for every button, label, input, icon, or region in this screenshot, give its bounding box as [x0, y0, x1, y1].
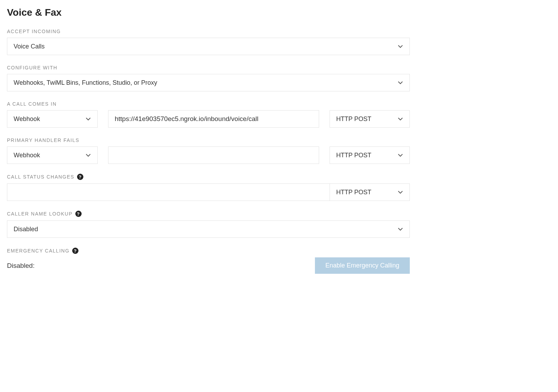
emergency-calling-status: Disabled:: [7, 262, 35, 270]
primary-handler-fails-method-select[interactable]: HTTP POST: [330, 146, 410, 164]
configure-with-value: Webhooks, TwiML Bins, Functions, Studio,…: [14, 79, 157, 86]
emergency-calling-label: EMERGENCY CALLING: [7, 248, 69, 254]
primary-handler-fails-method-value: HTTP POST: [336, 152, 371, 159]
configure-with-group: CONFIGURE WITH Webhooks, TwiML Bins, Fun…: [7, 65, 410, 91]
primary-handler-fails-handler-value: Webhook: [14, 152, 40, 159]
caller-name-lookup-group: CALLER NAME LOOKUP ? Disabled: [7, 211, 410, 238]
help-icon[interactable]: ?: [75, 211, 82, 217]
call-status-changes-label: CALL STATUS CHANGES: [7, 174, 74, 180]
accept-incoming-label: ACCEPT INCOMING: [7, 29, 410, 34]
help-icon[interactable]: ?: [77, 174, 83, 180]
primary-handler-fails-label: PRIMARY HANDLER FAILS: [7, 137, 410, 143]
chevron-down-icon: [398, 116, 403, 122]
emergency-calling-group: EMERGENCY CALLING ? Disabled: Enable Eme…: [7, 248, 410, 274]
call-comes-in-method-value: HTTP POST: [336, 115, 371, 123]
chevron-down-icon: [398, 189, 403, 195]
call-comes-in-handler-select[interactable]: Webhook: [7, 110, 98, 128]
call-comes-in-group: A CALL COMES IN Webhook HTTP POST: [7, 101, 410, 128]
enable-emergency-calling-button[interactable]: Enable Emergency Calling: [315, 257, 410, 274]
call-status-changes-method-select[interactable]: HTTP POST: [330, 183, 410, 201]
chevron-down-icon: [398, 44, 403, 49]
call-status-changes-group: CALL STATUS CHANGES ? HTTP POST: [7, 174, 410, 201]
call-comes-in-url-input[interactable]: [108, 110, 319, 128]
primary-handler-fails-group: PRIMARY HANDLER FAILS Webhook HTTP POST: [7, 137, 410, 164]
call-comes-in-label: A CALL COMES IN: [7, 101, 410, 107]
accept-incoming-group: ACCEPT INCOMING Voice Calls: [7, 29, 410, 55]
help-icon[interactable]: ?: [72, 248, 78, 254]
configure-with-label: CONFIGURE WITH: [7, 65, 410, 70]
call-status-changes-method-value: HTTP POST: [336, 189, 371, 196]
caller-name-lookup-select[interactable]: Disabled: [7, 220, 410, 238]
primary-handler-fails-handler-select[interactable]: Webhook: [7, 146, 98, 164]
configure-with-select[interactable]: Webhooks, TwiML Bins, Functions, Studio,…: [7, 74, 410, 91]
call-status-changes-url-input[interactable]: [7, 183, 330, 201]
primary-handler-fails-url-input[interactable]: [108, 146, 319, 164]
caller-name-lookup-value: Disabled: [14, 226, 38, 233]
chevron-down-icon: [398, 80, 403, 85]
chevron-down-icon: [85, 116, 91, 122]
chevron-down-icon: [398, 152, 403, 158]
call-comes-in-handler-value: Webhook: [14, 115, 40, 123]
accept-incoming-select[interactable]: Voice Calls: [7, 38, 410, 55]
chevron-down-icon: [85, 152, 91, 158]
call-comes-in-method-select[interactable]: HTTP POST: [330, 110, 410, 128]
chevron-down-icon: [398, 226, 403, 232]
caller-name-lookup-label: CALLER NAME LOOKUP: [7, 211, 73, 217]
accept-incoming-value: Voice Calls: [14, 43, 45, 50]
page-title: Voice & Fax: [7, 7, 410, 18]
